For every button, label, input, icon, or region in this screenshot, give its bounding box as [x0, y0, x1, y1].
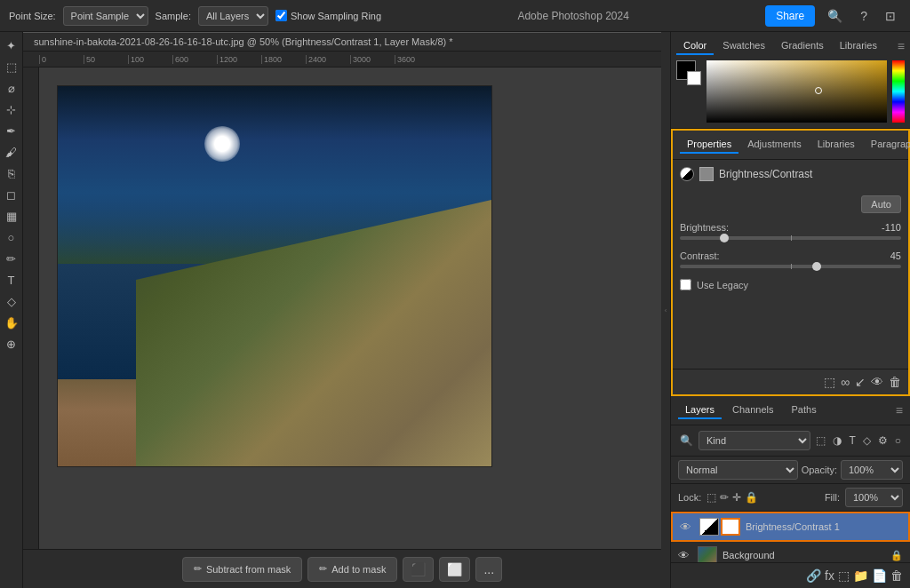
- vertical-ruler: [23, 68, 39, 549]
- tab-color[interactable]: Color: [676, 37, 714, 55]
- tab-libraries[interactable]: Libraries: [833, 37, 884, 55]
- canvas-container[interactable]: [23, 68, 661, 549]
- filter-adjust-icon[interactable]: ◑: [831, 433, 843, 449]
- ruler-mark-4: 1200: [217, 55, 261, 64]
- layers-opacity-select[interactable]: 100%: [841, 460, 903, 480]
- hand-tool[interactable]: ✋: [2, 313, 21, 332]
- ruler-mark-0: 0: [39, 55, 84, 64]
- layers-list: 👁 Brightness/Contrast 1 👁 Background 🔒: [671, 512, 910, 562]
- mask-option-3-button[interactable]: ⬛: [403, 557, 434, 582]
- delete-icon[interactable]: 🗑: [889, 375, 901, 389]
- color-gradient-picker[interactable]: [706, 60, 887, 123]
- tab-adjustments[interactable]: Adjustments: [740, 136, 809, 154]
- brightness-label: Brightness:: [680, 222, 729, 233]
- tab-paths[interactable]: Paths: [785, 401, 824, 419]
- lasso-tool[interactable]: ⌀: [2, 78, 21, 98]
- use-legacy-checkbox[interactable]: [680, 279, 691, 290]
- text-tool[interactable]: T: [2, 270, 21, 290]
- fg-bg-swatches[interactable]: [676, 60, 701, 85]
- delete-layer-icon[interactable]: 🗑: [890, 568, 903, 583]
- collapse-handle[interactable]: ‹: [661, 32, 670, 588]
- subtract-icon: ✏: [194, 563, 202, 575]
- shape-tool[interactable]: ◇: [2, 291, 21, 311]
- move-tool[interactable]: ✦: [2, 36, 21, 55]
- clip-icon[interactable]: ↙: [855, 375, 866, 389]
- sample-select[interactable]: All Layers: [198, 6, 268, 26]
- background-color[interactable]: [687, 71, 701, 85]
- gradient-tool[interactable]: ▦: [2, 206, 21, 226]
- more-options-button[interactable]: ...: [475, 557, 502, 582]
- lock-transparent-icon[interactable]: ⬚: [706, 491, 716, 504]
- tab-swatches[interactable]: Swatches: [715, 37, 772, 55]
- show-sampling-ring-checkbox[interactable]: Show Sampling Ring: [275, 10, 381, 21]
- pen-tool[interactable]: ✏: [2, 249, 21, 268]
- select-tool[interactable]: ⬚: [2, 57, 21, 76]
- point-size-select[interactable]: Point Sample: [63, 6, 148, 26]
- color-picker-area: [676, 60, 905, 123]
- search-layers-icon[interactable]: 🔍: [678, 433, 695, 449]
- link-layers-icon[interactable]: 🔗: [806, 568, 821, 583]
- layer-mask-icon[interactable]: ⬚: [824, 375, 835, 389]
- layers-fill-select[interactable]: 100%: [845, 488, 903, 507]
- color-panel-menu[interactable]: ≡: [898, 39, 905, 53]
- add-to-mask-button[interactable]: ✏ Add to mask: [307, 557, 397, 582]
- layers-menu-icon[interactable]: ≡: [896, 403, 903, 417]
- visibility-icon[interactable]: 👁: [871, 375, 883, 389]
- layer-item-background[interactable]: 👁 Background 🔒: [671, 542, 910, 562]
- brightness-thumb[interactable]: [720, 234, 729, 242]
- tab-layers[interactable]: Layers: [678, 401, 722, 419]
- hue-strip[interactable]: [892, 60, 905, 123]
- layers-kind-select[interactable]: Kind: [698, 431, 810, 450]
- help-icon[interactable]: ?: [855, 7, 873, 25]
- bc-title-row: Brightness/Contrast: [673, 160, 908, 188]
- dodge-tool[interactable]: ○: [2, 227, 21, 247]
- tab-paragraph[interactable]: Paragraph: [864, 136, 910, 154]
- mask-option-4-button[interactable]: ⬜: [439, 557, 470, 582]
- contrast-thumb[interactable]: [812, 262, 821, 271]
- eraser-tool[interactable]: ◻: [2, 185, 21, 204]
- filter-type-icon[interactable]: T: [847, 433, 857, 449]
- zoom-tool[interactable]: ⊕: [2, 334, 21, 354]
- layers-filter-bar: 🔍 Kind ⬚ ◑ T ◇ ⚙ ○: [671, 425, 910, 457]
- file-tab-label: sunshine-in-bakota-2021-08-26-16-16-18-u…: [34, 36, 453, 47]
- contrast-track[interactable]: [680, 265, 901, 268]
- brightness-track[interactable]: [680, 236, 901, 240]
- eyedropper-tool[interactable]: ✒: [2, 121, 21, 140]
- lock-all-icon[interactable]: 🔒: [745, 491, 758, 504]
- layer-visibility-bc[interactable]: 👁: [680, 520, 694, 534]
- file-tab[interactable]: sunshine-in-bakota-2021-08-26-16-16-18-u…: [23, 32, 661, 52]
- tab-properties[interactable]: Properties: [680, 136, 738, 154]
- filter-shape-icon[interactable]: ◇: [861, 433, 873, 449]
- new-layer-icon[interactable]: 📄: [872, 568, 887, 583]
- link-icon[interactable]: ∞: [841, 375, 850, 389]
- clone-tool[interactable]: ⎘: [2, 163, 21, 183]
- search-icon[interactable]: 🔍: [822, 7, 848, 25]
- lock-paint-icon[interactable]: ✏: [720, 491, 729, 504]
- share-button[interactable]: Share: [765, 5, 815, 27]
- point-size-label: Point Size:: [9, 11, 56, 21]
- add-icon: ✏: [319, 563, 327, 575]
- filter-smart-icon[interactable]: ⚙: [876, 433, 890, 449]
- layer-visibility-bg[interactable]: 👁: [678, 549, 692, 562]
- crop-tool[interactable]: ⊹: [2, 99, 21, 119]
- filter-pixel-icon[interactable]: ⬚: [814, 433, 827, 449]
- lock-move-icon[interactable]: ✛: [732, 491, 741, 504]
- subtract-from-mask-button[interactable]: ✏ Subtract from mask: [182, 557, 302, 582]
- layers-mode-select[interactable]: Normal: [678, 460, 798, 480]
- auto-button[interactable]: Auto: [861, 195, 901, 213]
- new-group-icon[interactable]: 📁: [853, 568, 868, 583]
- brightness-label-row: Brightness: -110: [680, 222, 901, 233]
- tab-gradients[interactable]: Gradients: [774, 37, 831, 55]
- right-panel: Color Swatches Gradients Libraries ≡: [670, 32, 910, 588]
- filter-toggle[interactable]: ○: [893, 433, 903, 449]
- add-style-icon[interactable]: fx: [825, 568, 834, 583]
- tab-libraries-props[interactable]: Libraries: [810, 136, 862, 154]
- tab-channels[interactable]: Channels: [725, 401, 780, 419]
- layer-name-bc: Brightness/Contrast 1: [746, 521, 901, 532]
- window-icon[interactable]: ⊡: [880, 7, 901, 25]
- brush-tool[interactable]: 🖌: [2, 142, 21, 162]
- layer-item-bc[interactable]: 👁 Brightness/Contrast 1: [671, 512, 910, 542]
- sample-label: Sample:: [156, 11, 191, 21]
- lock-label: Lock:: [678, 492, 701, 503]
- add-mask-icon[interactable]: ⬚: [838, 568, 850, 583]
